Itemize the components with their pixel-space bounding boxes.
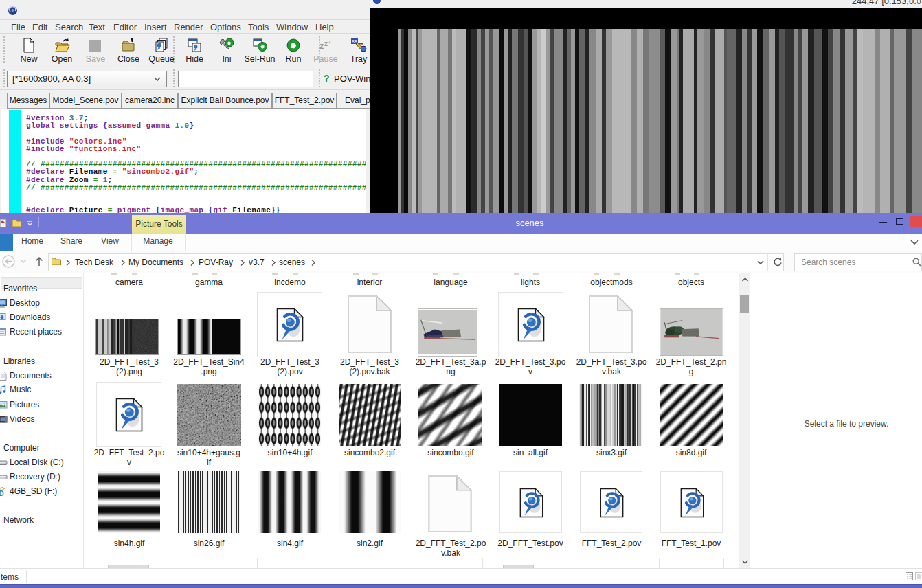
svg-text:z: z	[328, 38, 331, 45]
svg-text:z: z	[324, 40, 328, 47]
svg-text:D: D	[0, 490, 4, 497]
svg-text:z: z	[319, 41, 324, 51]
